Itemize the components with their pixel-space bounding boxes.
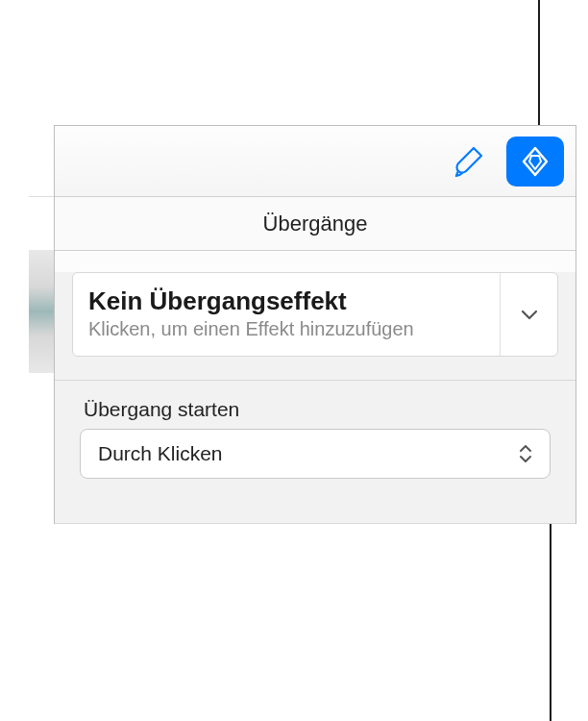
effect-info: Kein Übergangseffekt Klicken, um einen E… <box>73 273 500 356</box>
divider-bottom <box>55 523 576 524</box>
transitions-tab-label: Übergänge <box>263 211 368 236</box>
effect-title: Kein Übergangseffekt <box>88 286 484 316</box>
format-brush-icon <box>453 144 487 179</box>
select-arrows-icon <box>509 435 542 473</box>
slide-navigator-strip <box>29 125 54 373</box>
callout-line-top <box>538 0 540 133</box>
animate-tab-button[interactable] <box>506 137 564 186</box>
start-transition-section: Übergang starten Durch Klicken <box>55 381 576 523</box>
effect-subtitle: Klicken, um einen Effekt hinzuzufügen <box>88 318 484 340</box>
effect-chevron-button[interactable] <box>500 273 557 356</box>
inspector-panel: Übergänge Kein Übergangseffekt Klicken, … <box>54 125 576 524</box>
chevron-down-icon <box>519 304 540 325</box>
transitions-content: Kein Übergangseffekt Klicken, um einen E… <box>55 272 576 524</box>
inspector-toolbar <box>55 126 576 197</box>
start-transition-select[interactable]: Durch Klicken <box>80 429 551 479</box>
format-tab-button[interactable] <box>441 137 499 186</box>
transition-effect-selector[interactable]: Kein Übergangseffekt Klicken, um einen E… <box>72 272 558 357</box>
transitions-tab[interactable]: Übergänge <box>55 197 576 251</box>
animate-diamond-icon <box>516 142 554 181</box>
start-transition-label: Übergang starten <box>72 381 558 429</box>
start-transition-value: Durch Klicken <box>98 442 223 465</box>
